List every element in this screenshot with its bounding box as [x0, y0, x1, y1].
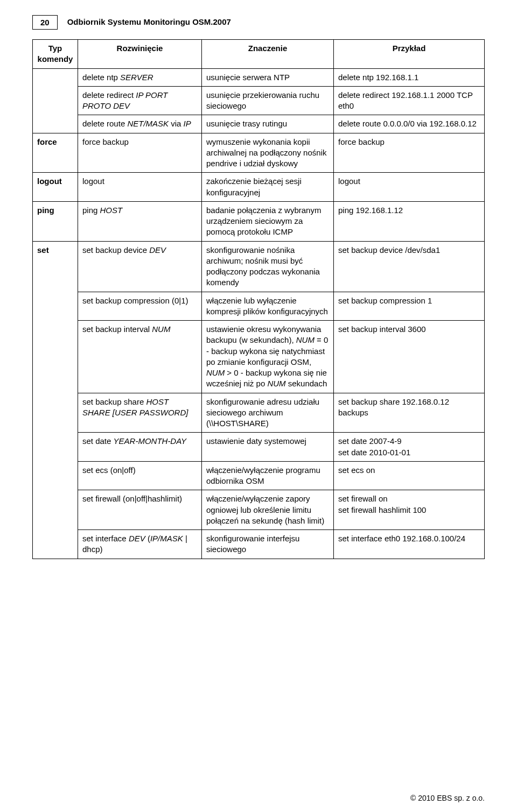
meaning-cell: badanie połączenia z wybranym urządzenie… [202, 201, 334, 241]
example-cell: ping 192.168.1.12 [334, 201, 485, 241]
col-header-expansion: Rozwinięcie [78, 40, 202, 69]
table-row: set interface DEV (IP/MASK | dhcp)skonfi… [33, 530, 485, 559]
commands-table: Typ komendy Rozwinięcie Znaczenie Przykł… [32, 39, 485, 559]
table-row: set ecs (on|off)włączenie/wyłączenie pro… [33, 461, 485, 490]
meaning-cell: usunięcie przekierowania ruchu siecioweg… [202, 86, 334, 115]
expansion-cell: set backup compression (0|1) [78, 292, 202, 321]
expansion-cell: logout [78, 173, 202, 202]
meaning-cell: usunięcie serwera NTP [202, 68, 334, 86]
meaning-cell: skonfigurowanie interfejsu sieciowego [202, 530, 334, 559]
expansion-cell: set interface DEV (IP/MASK | dhcp) [78, 530, 202, 559]
type-cell: set [33, 241, 78, 559]
expansion-cell: delete redirect IP PORT PROTO DEV [78, 86, 202, 115]
expansion-cell: set date YEAR-MONTH-DAY [78, 433, 202, 462]
meaning-cell: usunięcie trasy rutingu [202, 115, 334, 133]
expansion-cell: set backup share HOST SHARE [USER PASSWO… [78, 393, 202, 433]
table-row: delete route NET/MASK via IPusunięcie tr… [33, 115, 485, 133]
expansion-cell: delete route NET/MASK via IP [78, 115, 202, 133]
table-row: set backup interval NUMustawienie okresu… [33, 321, 485, 393]
meaning-cell: ustawienie daty systemowej [202, 433, 334, 462]
example-cell: set ecs on [334, 461, 485, 490]
page-header: 20 Odbiornik Systemu Monitoringu OSM.200… [32, 15, 485, 30]
example-cell: delete ntp 192.168.1.1 [334, 68, 485, 86]
table-row: delete ntp SERVERusunięcie serwera NTPde… [33, 68, 485, 86]
table-row: logoutlogoutzakończenie bieżącej sesji k… [33, 173, 485, 202]
example-cell: force backup [334, 133, 485, 173]
expansion-cell: set firewall (on|off|hashlimit) [78, 490, 202, 530]
table-row: forceforce backupwymuszenie wykonania ko… [33, 133, 485, 173]
type-cell [33, 68, 78, 133]
table-row: delete redirect IP PORT PROTO DEVusunięc… [33, 86, 485, 115]
type-cell: ping [33, 201, 78, 241]
table-row: set backup share HOST SHARE [USER PASSWO… [33, 393, 485, 433]
col-header-example: Przykład [334, 40, 485, 69]
type-cell: logout [33, 173, 78, 202]
meaning-cell: skonfigurowanie nośnika archiwum; nośnik… [202, 241, 334, 292]
example-cell: set date 2007-4-9set date 2010-01-01 [334, 433, 485, 462]
page-footer: © 2010 EBS sp. z o.o. [410, 794, 485, 802]
meaning-cell: włączenie/wyłączenie zapory ogniowej lub… [202, 490, 334, 530]
meaning-cell: ustawienie okresu wykonywania backupu (w… [202, 321, 334, 393]
example-cell: delete redirect 192.168.1.1 2000 TCP eth… [334, 86, 485, 115]
example-cell: logout [334, 173, 485, 202]
table-row: set backup compression (0|1)włączenie lu… [33, 292, 485, 321]
col-header-meaning: Znaczenie [202, 40, 334, 69]
expansion-cell: set ecs (on|off) [78, 461, 202, 490]
table-row: set date YEAR-MONTH-DAYustawienie daty s… [33, 433, 485, 462]
document-title: Odbiornik Systemu Monitoringu OSM.2007 [67, 15, 231, 26]
example-cell: set backup share 192.168.0.12 backups [334, 393, 485, 433]
expansion-cell: delete ntp SERVER [78, 68, 202, 86]
meaning-cell: wymuszenie wykonania kopii archiwalnej n… [202, 133, 334, 173]
expansion-cell: set backup interval NUM [78, 321, 202, 393]
table-row: set firewall (on|off|hashlimit)włączenie… [33, 490, 485, 530]
table-row: pingping HOSTbadanie połączenia z wybran… [33, 201, 485, 241]
meaning-cell: włączenie/wyłączenie programu odbiornika… [202, 461, 334, 490]
expansion-cell: ping HOST [78, 201, 202, 241]
expansion-cell: force backup [78, 133, 202, 173]
example-cell: set backup interval 3600 [334, 321, 485, 393]
example-cell: set interface eth0 192.168.0.100/24 [334, 530, 485, 559]
example-cell: delete route 0.0.0.0/0 via 192.168.0.12 [334, 115, 485, 133]
type-cell: force [33, 133, 78, 173]
meaning-cell: zakończenie bieżącej sesji konfiguracyjn… [202, 173, 334, 202]
meaning-cell: włączenie lub wyłączenie kompresji plikó… [202, 292, 334, 321]
page-number: 20 [32, 15, 58, 30]
table-header-row: Typ komendy Rozwinięcie Znaczenie Przykł… [33, 40, 485, 69]
table-row: setset backup device DEVskonfigurowanie … [33, 241, 485, 292]
col-header-type: Typ komendy [33, 40, 78, 69]
example-cell: set backup compression 1 [334, 292, 485, 321]
example-cell: set backup device /dev/sda1 [334, 241, 485, 292]
expansion-cell: set backup device DEV [78, 241, 202, 292]
meaning-cell: skonfigurowanie adresu udziału siecioweg… [202, 393, 334, 433]
example-cell: set firewall onset firewall hashlimit 10… [334, 490, 485, 530]
